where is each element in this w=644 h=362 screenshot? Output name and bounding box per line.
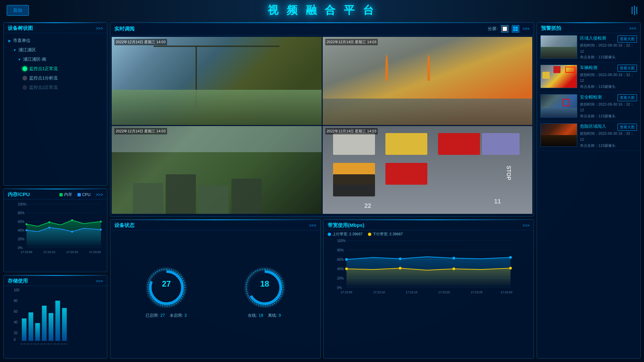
tree-label: 浦江浦区 — [18, 47, 36, 53]
storage-svg: 100 80 60 40 20 0 — [8, 287, 102, 344]
status-icon-green — [22, 66, 27, 71]
tree-item-monitor1[interactable]: 监控点1正常流 — [8, 64, 103, 73]
svg-text:40: 40 — [14, 320, 18, 324]
legend-dot-upload — [328, 233, 331, 236]
storage-more[interactable]: >>> — [96, 279, 103, 284]
alert-info-1: 区域入侵检测 查看大图 抓拍时间：2022-09-30 16：32：12 布点名… — [580, 35, 637, 60]
alert-title-2: 车辆检测 — [580, 65, 597, 71]
svg-text:17:23:20: 17:23:20 — [89, 250, 101, 254]
video-timestamp-4: 2022年12月14日 星期三 14:03 — [325, 128, 378, 134]
split-4-button[interactable] — [512, 25, 519, 33]
alert-view-btn-4[interactable]: 查看大图 — [618, 124, 637, 131]
mem-cpu-panel: 内存/CPU 内存 CPU >>> — [3, 188, 107, 272]
enabled-count: 27 — [160, 313, 165, 318]
svg-text:0%: 0% — [18, 246, 23, 250]
svg-text:80%: 80% — [18, 211, 24, 215]
offline-count: 9 — [279, 313, 281, 318]
bandwidth-chart: 100% 80% 60% 40% 20% 0% — [324, 238, 534, 299]
video-title: 实时调阅 — [114, 26, 135, 32]
video-timestamp-3: 2022年12月14日 星期三 14:03 — [114, 128, 167, 134]
alert-item-2: 车辆检测 查看大图 抓拍时间：2022-09-30 16：32：12 布点名称：… — [537, 63, 640, 92]
svg-rect-36 — [49, 313, 53, 341]
alert-header-row-2: 车辆检测 查看大图 — [580, 65, 637, 72]
device-tree-more[interactable]: >>> — [96, 26, 103, 31]
device-status-header: 设备状态 >>> — [110, 220, 320, 230]
alert-meta-1: 抓拍时间：2022-09-30 16：32：12 布点名称：115摄像头 — [580, 43, 637, 60]
alert-capture-time-2: 抓拍时间：2022-09-30 16：32：12 — [580, 72, 637, 84]
split-label: 分屏: — [488, 26, 498, 32]
svg-point-19 — [48, 227, 50, 229]
tree-label: 监控点1分析流 — [29, 75, 58, 81]
storage-title: 存储使用 — [8, 278, 28, 284]
status-icon-gray — [22, 85, 27, 90]
alert-item-4: 危险区域闯入 查看大图 抓拍时间：2022-09-30 16：32：12 布点名… — [537, 121, 640, 151]
tree-item-pu-south[interactable]: ▼ 浦江浦区-南 — [8, 55, 103, 64]
alert-camera-3: 布点名称：115摄像头 — [580, 113, 637, 119]
device-tree-title: 设备树状图 — [8, 25, 33, 32]
svg-text:20%: 20% — [337, 277, 344, 280]
video-cell-2[interactable]: 2022年12月14日 星期三 14:03 — [323, 37, 533, 125]
svg-text:60%: 60% — [18, 220, 24, 224]
svg-text:100%: 100% — [337, 239, 346, 243]
bandwidth-more[interactable]: >>> — [523, 223, 530, 228]
svg-text:内存1: 内存1 — [60, 343, 68, 344]
svg-point-75 — [399, 267, 401, 269]
tree-label: 市直单位 — [13, 38, 31, 44]
back-button[interactable]: 后台 — [7, 5, 29, 16]
alert-info-3: 安全帽检测 查看大图 抓拍时间：2022-09-30 16：32：12 布点名称… — [580, 94, 637, 119]
legend-dot-cpu — [77, 193, 81, 196]
alert-thumb-2 — [540, 65, 577, 88]
tree-item-city[interactable]: ▶ 市直单位 — [8, 36, 103, 45]
svg-text:17:23:05: 17:23:05 — [340, 291, 352, 294]
donut-container: 27 已启用: 27 未启用: 3 — [110, 230, 320, 354]
video-header: 实时调阅 分屏: >>> — [110, 22, 534, 36]
svg-text:17:23:25: 17:23:25 — [471, 291, 482, 294]
video-cell-3[interactable]: 2022年12月14日 星期三 14:03 — [112, 126, 322, 214]
svg-point-74 — [345, 267, 348, 270]
svg-text:80%: 80% — [337, 248, 344, 252]
alert-panel: 预警抓拍 >>> 区域入侵检测 查看大图 — [537, 22, 641, 359]
tree-item-monitor2[interactable]: 监控点2正常流 — [8, 83, 103, 92]
alert-thumb-1 — [540, 35, 577, 59]
alert-camera-1: 布点名称：115摄像头 — [580, 54, 637, 60]
svg-point-76 — [452, 267, 455, 270]
storage-panel: 存储使用 >>> 100 80 60 40 20 0 — [3, 275, 107, 359]
svg-point-13 — [25, 223, 28, 225]
tree-item-monitor1-analysis[interactable]: 监控点1分析流 — [8, 73, 103, 83]
svg-text:20%: 20% — [18, 237, 24, 241]
svg-text:17:23:10: 17:23:10 — [373, 291, 385, 294]
mem-cpu-svg: 100% 80% 60% 40% 20% 0% — [8, 201, 102, 254]
header: 后台 视 频 融 合 平 台 — [0, 0, 644, 21]
online-label: 在线: — [248, 313, 257, 318]
tree-item-pu[interactable]: ▼ 浦江浦区 — [8, 45, 103, 55]
svg-text:17:23:15: 17:23:15 — [406, 291, 417, 294]
svg-point-77 — [509, 267, 512, 269]
alert-title: 预警抓拍 — [541, 25, 561, 32]
device-status-more[interactable]: >>> — [309, 223, 316, 228]
tree-arrow: ▼ — [18, 58, 21, 61]
alert-camera-4: 布点名称：115摄像头 — [580, 143, 637, 149]
mem-cpu-more[interactable]: >>> — [96, 192, 103, 197]
video-more[interactable]: >>> — [523, 26, 530, 31]
svg-text:17:23:10: 17:23:10 — [43, 250, 55, 254]
status-icon-gray — [22, 76, 27, 80]
svg-point-72 — [509, 256, 512, 259]
svg-text:17:23:15: 17:23:15 — [66, 250, 78, 254]
alert-more[interactable]: >>> — [629, 26, 636, 31]
alert-info-4: 危险区域闯入 查看大图 抓拍时间：2022-09-30 16：32：12 布点名… — [580, 123, 637, 148]
bottom-center: 设备状态 >>> 27 — [110, 219, 534, 359]
device-tree-header: 设备树状图 >>> — [4, 22, 107, 33]
left-column: 设备树状图 >>> ▶ 市直单位 ▼ 浦江浦区 ▼ 浦江浦区-南 — [3, 22, 107, 359]
svg-text:0: 0 — [14, 338, 16, 342]
donut-enabled: 27 已启用: 27 未启用: 3 — [145, 266, 188, 318]
legend-label-download: 下行带宽: 2.39687 — [373, 232, 403, 237]
video-cell-1[interactable]: 2022年12月14日 星期三 14:03 — [112, 37, 322, 125]
alert-view-btn-1[interactable]: 查看大图 — [618, 36, 637, 43]
video-cell-4[interactable]: 2022年12月14日 星期三 14:03 STOP — [323, 126, 533, 214]
tree-label: 监控点1正常流 — [29, 66, 58, 72]
split-1-button[interactable] — [501, 25, 508, 33]
alert-view-btn-3[interactable]: 查看大图 — [618, 94, 637, 101]
video-panel: 实时调阅 分屏: >>> — [110, 22, 534, 217]
legend-dot-download — [368, 233, 371, 236]
alert-view-btn-2[interactable]: 查看大图 — [618, 65, 637, 72]
